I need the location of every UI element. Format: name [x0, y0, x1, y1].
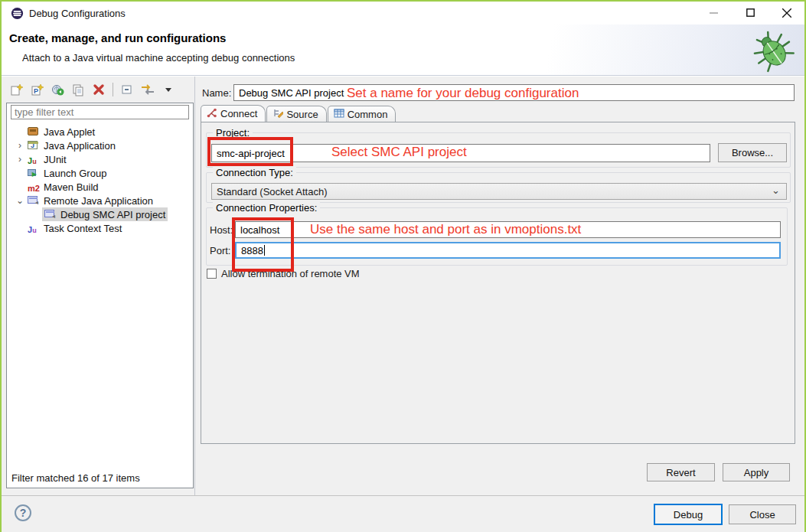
filter-status: Filter matched 16 of 17 items: [11, 472, 140, 484]
configurations-tree: Java Applet › J Java Application › Ju JU…: [7, 125, 193, 235]
tab-bar: Connect Source Common: [201, 106, 396, 122]
tab-source[interactable]: Source: [266, 106, 326, 122]
window-title: Debug Configurations: [29, 8, 126, 19]
tree-item-junit[interactable]: › Ju JUnit: [7, 152, 193, 166]
header-banner: Create, manage, and run configurations A…: [2, 24, 804, 76]
port-input[interactable]: 8888: [235, 242, 781, 259]
port-label: Port:: [210, 245, 230, 256]
close-dialog-button[interactable]: Close: [729, 504, 796, 524]
collapse-all-icon[interactable]: [119, 81, 135, 98]
connection-type-value: Standard (Socket Attach): [217, 186, 328, 197]
new-prototype-icon[interactable]: P: [28, 81, 45, 98]
filter-input[interactable]: [11, 105, 189, 119]
tree-item-task-context-test[interactable]: Ju Task Context Test: [7, 221, 193, 235]
banner-subtitle: Attach to a Java virtual machine accepti…: [22, 52, 295, 64]
connection-type-group-label: Connection Type:: [213, 167, 296, 178]
task-context-test-icon: Ju: [28, 224, 40, 233]
host-port-highlight-box: [232, 217, 294, 272]
remote-java-icon: [28, 196, 40, 206]
export-icon[interactable]: [49, 81, 66, 98]
close-button[interactable]: [770, 2, 804, 24]
maximize-button[interactable]: [733, 2, 767, 24]
delete-icon[interactable]: [90, 81, 107, 98]
minimize-button[interactable]: [697, 2, 730, 24]
project-highlight-box: [207, 137, 293, 166]
new-configuration-icon[interactable]: [8, 81, 24, 98]
browse-button[interactable]: Browse...: [718, 143, 787, 162]
host-port-annotation: Use the same host and port as in vmoptio…: [310, 222, 581, 237]
allow-termination-checkbox[interactable]: [207, 269, 217, 279]
name-input[interactable]: Debug SMC API project Set a name for you…: [233, 84, 795, 101]
source-icon: [272, 108, 283, 120]
filter-icon[interactable]: [139, 81, 156, 98]
name-annotation: Set a name for your debug configuration: [347, 86, 579, 101]
apply-button[interactable]: Apply: [723, 463, 790, 481]
name-label: Name:: [202, 87, 231, 99]
toolbar-menu-chevron-icon[interactable]: [160, 81, 177, 98]
host-label: Host:: [210, 224, 233, 236]
svg-text:P: P: [34, 87, 38, 95]
dialog-button-bar: ? Debug Close: [2, 495, 804, 532]
help-button[interactable]: ?: [15, 504, 31, 521]
junit-icon: Ju: [28, 155, 40, 165]
expander-icon[interactable]: ›: [15, 140, 25, 151]
common-icon: [334, 109, 344, 120]
host-input[interactable]: localhost Use the same host and port as …: [235, 221, 781, 238]
connect-icon: [207, 108, 217, 120]
eclipse-logo-icon: [11, 7, 24, 22]
connection-type-select[interactable]: Standard (Socket Attach) ⌄: [211, 183, 787, 200]
expander-icon[interactable]: ⌄: [15, 195, 25, 206]
debug-configurations-dialog: Debug Configurations Create, manage, and…: [0, 0, 806, 532]
launch-toolbar: P: [8, 80, 177, 99]
main-area: P: [2, 77, 804, 495]
project-group: Project: smc-api-project Browse...: [206, 132, 791, 168]
revert-button[interactable]: Revert: [647, 463, 715, 481]
tree-item-java-applet[interactable]: Java Applet: [7, 125, 193, 139]
panel-divider[interactable]: [194, 77, 195, 495]
banner-title: Create, manage, and run configurations: [9, 31, 226, 44]
configurations-tree-panel: Java Applet › J Java Application › Ju JU…: [6, 103, 194, 488]
tree-item-java-application[interactable]: › J Java Application: [7, 139, 193, 152]
duplicate-icon[interactable]: [70, 81, 86, 98]
maven-build-icon: m2: [28, 182, 40, 192]
tree-item-debug-smc-api-project[interactable]: Debug SMC API project: [7, 207, 193, 221]
project-annotation: Select SMC API project: [331, 145, 467, 160]
tab-connect[interactable]: Connect: [201, 105, 266, 122]
name-value: Debug SMC API project: [239, 87, 344, 99]
tree-item-remote-java-application[interactable]: ⌄ Remote Java Application: [7, 194, 193, 207]
launch-group-icon: [28, 168, 40, 178]
tree-item-maven-build[interactable]: m2 Maven Build: [7, 180, 193, 194]
title-bar: Debug Configurations: [2, 2, 804, 24]
toolbar-separator: [113, 83, 113, 96]
java-applet-icon: [28, 127, 40, 137]
connection-type-group: Connection Type: Standard (Socket Attach…: [206, 172, 791, 203]
tree-item-launch-group[interactable]: Launch Group: [7, 166, 193, 180]
tab-common[interactable]: Common: [328, 106, 396, 122]
connect-tab-content: Project: smc-api-project Browse... Selec…: [201, 122, 795, 444]
remote-java-icon: [44, 210, 57, 220]
debug-button[interactable]: Debug: [654, 504, 723, 525]
java-application-icon: J: [28, 141, 40, 151]
sidebar: P: [6, 77, 194, 495]
chevron-down-icon: ⌄: [772, 184, 780, 196]
connection-properties-group-label: Connection Properties:: [213, 202, 320, 214]
expander-icon[interactable]: ›: [15, 154, 25, 165]
question-mark-icon: ?: [20, 507, 27, 519]
configuration-editor: Name: Debug SMC API project Set a name f…: [199, 77, 801, 495]
bug-icon: [749, 26, 797, 76]
